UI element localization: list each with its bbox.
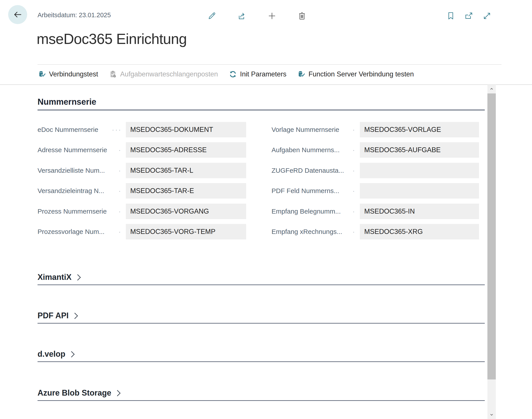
field-input-empfang-belegnummer[interactable]: MSEDOC365-IN [360,204,479,219]
scroll-up-button[interactable] [487,85,496,93]
field-options-dots[interactable]: · [353,146,356,154]
action-label: Verbindungstest [49,70,98,78]
field-label: Prozessvorlage Num... [38,228,104,236]
database-check-icon [297,70,306,79]
scroll-down-button[interactable] [487,410,496,419]
field-options-dots[interactable]: · [353,126,356,133]
field-label: Empfang Belegnumm... [272,208,341,215]
database-check-icon [38,70,46,79]
field-row: Prozessvorlage Num... · MSEDOC365-VORG-T… [38,224,485,239]
field-label: Vorlage Nummernserie [272,126,339,133]
section-title: PDF API [38,311,69,321]
field-options-dots[interactable]: · [119,167,122,174]
actionbar-divider [0,84,532,85]
scrollbar[interactable] [487,85,496,419]
field-label: PDF Feld Nummerns... [272,187,339,195]
action-label: Init Parameters [240,70,286,78]
field-row: eDoc Nummernserie ··· MSEDOC365-DOKUMENT… [38,122,485,137]
section-underline [38,323,485,324]
action-label: Function Server Verbindung testen [308,70,414,78]
scrollbar-thumb[interactable] [487,93,496,380]
section-nummernserie-header[interactable]: Nummernserie [38,97,485,110]
field-input-adresse-nummernserie[interactable]: MSEDOC365-ADRESSE [126,142,246,158]
field-options-dots[interactable]: · [353,187,356,195]
back-arrow-icon [13,10,23,19]
section-azure-blob-storage[interactable]: Azure Blob Storage [38,388,485,401]
section-underline [38,110,485,110]
back-button[interactable] [8,5,27,24]
field-options-dots[interactable]: · [119,228,122,236]
page: Arbeitsdatum: 23.01.2025 [0,0,532,419]
page-title: mseDoc365 Einrichtung [37,30,187,47]
field-label: Empfang xRechnungs... [272,228,342,236]
field-label: Versandzieleintrag N... [38,187,104,195]
chevron-down-icon [490,413,493,416]
field-input-prozessvorlage[interactable]: MSEDOC365-VORG-TEMP [126,224,246,239]
field-input-edoc-nummernserie[interactable]: MSEDOC365-DOKUMENT [126,122,246,137]
field-options-dots[interactable]: ··· [112,126,122,133]
field-label: Versandzielliste Num... [38,167,105,174]
plus-icon[interactable] [267,11,277,21]
refresh-icon [228,70,237,79]
chevron-up-icon [490,87,493,91]
field-input-empfang-xrechnung[interactable]: MSEDOC365-XRG [360,224,479,239]
field-input-vorlage-nummernserie[interactable]: MSEDOC365-VORLAGE [360,122,479,137]
section-underline [38,361,485,362]
bookmark-icon[interactable] [446,11,456,21]
field-input-pdf-feld-nummernserie[interactable] [360,183,479,198]
field-label: eDoc Nummernserie [38,126,98,133]
field-options-dots[interactable]: · [119,208,122,215]
field-label: Prozess Nummernserie [38,208,107,215]
field-row: Versandzielliste Num... · MSEDOC365-TAR-… [38,163,485,178]
open-in-new-window-icon[interactable] [464,11,474,21]
field-input-versandzieleintrag[interactable]: MSEDOC365-TAR-E [126,183,246,198]
chevron-right-icon [75,274,81,280]
share-icon[interactable] [237,11,247,21]
action-aufgabenwarteschlangenposten[interactable]: Aufgabenwarteschlangenposten [109,70,218,79]
field-options-dots[interactable]: · [353,208,356,215]
edit-icon[interactable] [207,11,217,21]
action-verbindungstest[interactable]: Verbindungstest [38,70,98,79]
field-row: Adresse Nummernserie · MSEDOC365-ADRESSE… [38,142,485,158]
action-bar: Verbindungstest Aufgabenwarteschlangenpo… [38,68,414,81]
work-date-label: Arbeitsdatum: 23.01.2025 [38,12,111,19]
field-label: Aufgaben Nummerns... [272,146,340,154]
chevron-right-icon [72,313,78,319]
field-options-dots[interactable]: · [353,167,356,174]
section-ximantix[interactable]: XimantiX [38,272,485,285]
section-title: XimantiX [38,272,72,282]
field-input-versandzielliste[interactable]: MSEDOC365-TAR-L [126,163,246,178]
section-title: Azure Blob Storage [38,388,111,398]
expand-icon[interactable] [482,11,492,21]
action-init-parameters[interactable]: Init Parameters [228,70,286,79]
section-dvelop[interactable]: d.velop [38,349,485,362]
field-label: ZUGFeRD Datenausta... [272,167,344,174]
field-label: Adresse Nummernserie [38,146,107,154]
field-input-aufgaben-nummernserie[interactable]: MSEDOC365-AUFGABE [360,142,479,158]
action-label: Aufgabenwarteschlangenposten [120,70,218,78]
field-options-dots[interactable]: · [353,228,356,236]
field-row: Prozess Nummernserie · MSEDOC365-VORGANG… [38,204,485,219]
section-underline [38,400,485,401]
section-title: Nummernserie [38,97,485,107]
field-input-prozess-nummernserie[interactable]: MSEDOC365-VORGANG [126,204,246,219]
field-input-zugferd-datenaustausch[interactable] [360,163,479,178]
field-options-dots[interactable]: · [119,146,122,154]
chevron-right-icon [68,351,75,357]
job-queue-icon [109,70,117,79]
trash-icon[interactable] [297,11,307,21]
chevron-right-icon [114,390,121,396]
field-row: Versandzieleintrag N... · MSEDOC365-TAR-… [38,183,485,198]
section-underline [38,285,485,285]
title-divider [38,64,502,65]
section-pdf-api[interactable]: PDF API [38,311,485,324]
field-options-dots[interactable]: · [119,187,122,195]
section-title: d.velop [38,349,65,359]
action-function-server-verbindung-testen[interactable]: Function Server Verbindung testen [297,70,414,79]
